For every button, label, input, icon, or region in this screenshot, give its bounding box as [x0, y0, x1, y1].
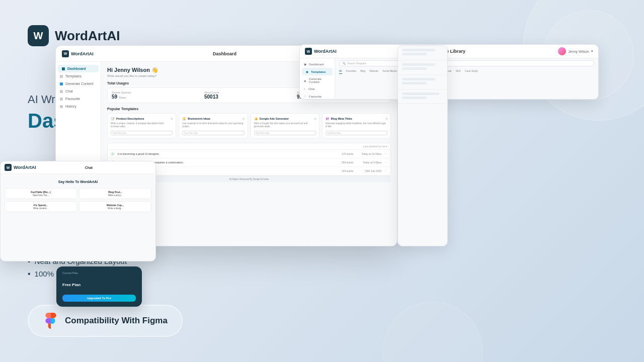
nav-generate[interactable]: Generate Content	[56, 80, 101, 87]
logo-row: W WordArtAI	[28, 25, 264, 46]
tab-blog[interactable]: Blog	[360, 68, 365, 74]
template-card-4[interactable]: 🏷Blog Meta Titles ○ Generate engaging li…	[322, 113, 391, 139]
chat-opt-2[interactable]: Blog Post... Write a story...	[79, 188, 151, 199]
nav-favourite[interactable]: Favourite	[56, 95, 101, 103]
db-page-title-header: Dashboard	[213, 51, 236, 56]
chat-opt-4[interactable]: Website Cop... Write a desig...	[79, 201, 151, 212]
upgrade-plan: Free Plan	[62, 283, 136, 287]
stat-search-queries: Search Queries 59 Times	[112, 91, 201, 100]
tab-favorites[interactable]: Favorites	[346, 68, 357, 74]
template-card-3[interactable]: ⚠️Google Ads Generator ○ Write a Google …	[251, 113, 319, 139]
tab-website[interactable]: Website	[369, 68, 378, 74]
figma-button-label: Compatibility With Figma	[65, 316, 168, 326]
nav-history[interactable]: History	[56, 103, 101, 110]
chat-header: W WordArtAI Chat	[1, 161, 155, 174]
upgrade-label: Current Plan	[62, 272, 136, 275]
template-card-1[interactable]: 📝Product Descriptions ○ Write a unique, …	[107, 113, 176, 139]
chat-greeting: Say Hello To WordArtAI	[5, 178, 151, 186]
db-templates-grid: 📝Product Descriptions ○ Write a unique, …	[107, 113, 391, 139]
tab-social[interactable]: Social Media	[382, 68, 397, 74]
figma-icon	[43, 313, 59, 329]
tab-all[interactable]: All	[339, 68, 342, 74]
chat-options: FactTable (Biz...) Save time You... Blog…	[5, 188, 151, 212]
tab-case-study[interactable]: Case Study	[465, 68, 478, 74]
upgrade-button[interactable]: Upgraded To Pro	[62, 295, 136, 302]
history-row-1[interactable]: ✓ It is becoming a good UI designer. 175…	[108, 150, 390, 158]
nav-templates[interactable]: Templates	[56, 72, 101, 80]
template-card-2[interactable]: 💡Brainstorm Ideas ○ Use creativity to le…	[179, 113, 248, 139]
chat-opt-3[interactable]: Fix Speed... Write content...	[5, 201, 77, 212]
tl-search[interactable]: 🔍 Search Template	[339, 60, 594, 66]
logo-text: WordArtAI	[55, 28, 120, 44]
chat-screenshot: W WordArtAI Chat Say Hello To WordArtAI …	[0, 161, 156, 261]
nav-chat[interactable]: Chat	[56, 87, 101, 95]
logo-icon: W	[28, 25, 49, 46]
template-library-screenshot: W WordArtAI Template Library Jenny Wilso…	[299, 44, 599, 100]
db-templates-title: Popular Templates	[107, 107, 391, 111]
right-strip	[397, 45, 448, 246]
figma-button[interactable]: Compatibility With Figma	[28, 305, 183, 337]
chat-opt-1[interactable]: FactTable (Biz...) Save time You...	[5, 188, 77, 199]
chat-body: Say Hello To WordArtAI FactTable (Biz...…	[1, 174, 155, 258]
tab-seo[interactable]: SEO	[455, 68, 461, 74]
stat-word-count: Word Count 50013	[204, 91, 294, 100]
db-logo: W WordArtAI	[62, 50, 94, 57]
upgrade-card: Current Plan Free Plan Upgraded To Pro	[56, 266, 142, 307]
db-templates-section: Popular Templates 📝Product Descriptions …	[107, 107, 391, 139]
nav-dashboard[interactable]: Dashboard	[58, 65, 99, 72]
tl-header: W WordArtAI Template Library Jenny Wilso…	[300, 45, 598, 58]
